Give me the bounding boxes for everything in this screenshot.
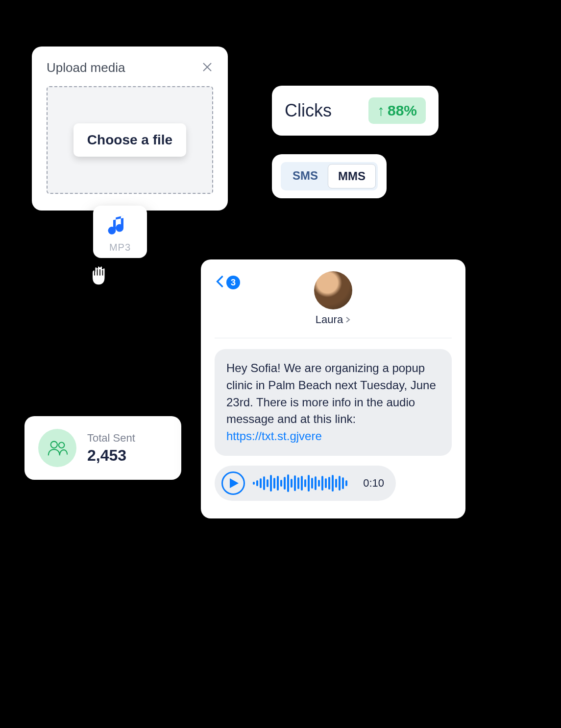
contact-header[interactable]: Laura xyxy=(314,271,352,326)
clicks-card: Clicks ↑ 88% xyxy=(272,86,439,136)
sms-mms-toggle-card: SMS MMS xyxy=(272,154,387,198)
avatar xyxy=(314,271,352,309)
audio-message-bubble: 0:10 xyxy=(215,466,396,501)
music-note-icon xyxy=(106,232,134,240)
file-extension-label: MP3 xyxy=(93,242,147,253)
grab-cursor-icon xyxy=(86,259,114,290)
segment-mms[interactable]: MMS xyxy=(328,164,376,188)
upload-header: Upload media xyxy=(47,60,213,75)
divider xyxy=(215,338,452,338)
play-button[interactable] xyxy=(221,471,245,495)
audio-waveform[interactable] xyxy=(253,473,347,493)
svg-point-7 xyxy=(59,443,65,448)
chevron-right-icon xyxy=(345,313,351,326)
segment-sms[interactable]: SMS xyxy=(283,164,328,188)
message-text: Hey Sofia! We are organizing a popup cli… xyxy=(226,361,436,425)
message-link[interactable]: https://txt.st.gjvere xyxy=(226,429,322,443)
svg-point-6 xyxy=(51,442,57,448)
users-icon xyxy=(38,429,76,467)
upload-title: Upload media xyxy=(47,60,125,75)
file-chip-mp3[interactable]: MP3 xyxy=(93,206,147,258)
clicks-value: 88% xyxy=(388,102,417,119)
choose-file-button[interactable]: Choose a file xyxy=(73,123,186,157)
conversation-card: 3 Laura Hey Sofia! We are organizing a p… xyxy=(201,259,465,518)
total-sent-label: Total Sent xyxy=(87,432,135,445)
contact-name: Laura xyxy=(316,313,343,326)
contact-name-row: Laura xyxy=(316,313,351,326)
svg-marker-8 xyxy=(230,478,239,488)
close-icon[interactable] xyxy=(201,61,213,75)
conversation-header: 3 Laura xyxy=(215,271,452,335)
clicks-badge: ↑ 88% xyxy=(368,97,426,124)
total-sent-text: Total Sent 2,453 xyxy=(87,432,135,465)
message-bubble: Hey Sofia! We are organizing a popup cli… xyxy=(215,349,452,456)
sms-mms-segment: SMS MMS xyxy=(281,162,378,190)
upload-media-card: Upload media Choose a file xyxy=(32,47,228,211)
arrow-up-icon: ↑ xyxy=(377,102,385,119)
total-sent-card: Total Sent 2,453 xyxy=(24,416,181,480)
back-button[interactable]: 3 xyxy=(215,274,240,291)
clicks-label: Clicks xyxy=(285,100,332,121)
total-sent-value: 2,453 xyxy=(87,446,135,465)
unread-count-badge: 3 xyxy=(226,276,240,289)
drop-zone[interactable]: Choose a file xyxy=(47,86,213,194)
chevron-left-icon xyxy=(215,274,225,291)
audio-duration: 0:10 xyxy=(363,477,384,490)
